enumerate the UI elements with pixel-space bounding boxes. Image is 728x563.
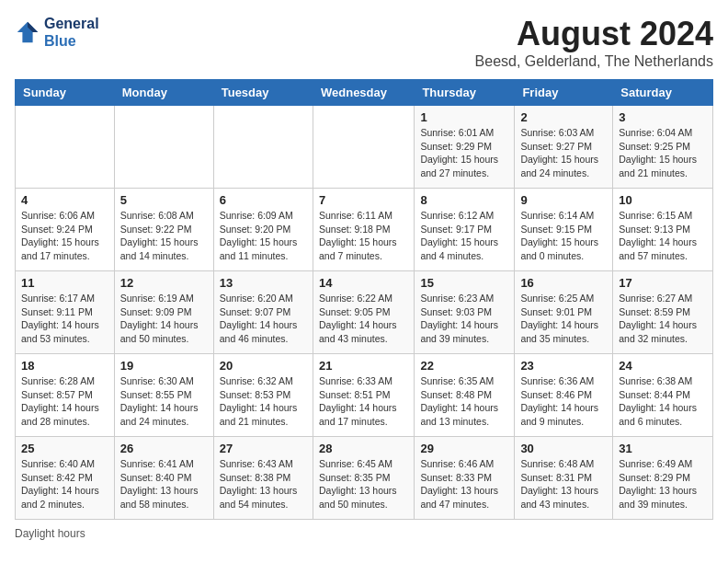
day-number: 31 [619,442,707,455]
day-info: Sunrise: 6:22 AMSunset: 9:05 PMDaylight:… [319,292,408,346]
day-number: 15 [420,276,508,290]
col-header-wednesday: Wednesday [313,80,414,106]
day-cell [16,106,115,189]
day-cell: 20Sunrise: 6:32 AMSunset: 8:53 PMDayligh… [213,354,313,437]
day-number: 3 [619,110,707,124]
day-info: Sunrise: 6:19 AMSunset: 9:09 PMDaylight:… [120,292,208,346]
day-number: 4 [21,193,108,207]
day-cell: 17Sunrise: 6:27 AMSunset: 8:59 PMDayligh… [613,271,713,354]
day-info: Sunrise: 6:15 AMSunset: 9:13 PMDaylight:… [619,209,707,263]
day-cell: 22Sunrise: 6:35 AMSunset: 8:48 PMDayligh… [415,354,515,437]
day-number: 11 [21,276,108,290]
day-cell: 24Sunrise: 6:38 AMSunset: 8:44 PMDayligh… [613,354,713,437]
day-number: 12 [120,276,208,290]
day-cell [213,106,313,189]
day-number: 17 [619,276,707,290]
day-number: 25 [21,442,108,455]
day-info: Sunrise: 6:01 AMSunset: 9:29 PMDaylight:… [420,126,508,180]
day-info: Sunrise: 6:32 AMSunset: 8:53 PMDaylight:… [220,374,307,429]
day-number: 28 [319,442,408,455]
day-cell: 27Sunrise: 6:43 AMSunset: 8:38 PMDayligh… [213,437,313,520]
col-header-saturday: Saturday [613,80,713,106]
day-cell: 26Sunrise: 6:41 AMSunset: 8:40 PMDayligh… [114,437,213,520]
logo-text: General Blue [44,15,99,50]
day-cell: 29Sunrise: 6:46 AMSunset: 8:33 PMDayligh… [415,437,515,520]
day-number: 18 [21,359,108,373]
day-info: Sunrise: 6:48 AMSunset: 8:31 PMDaylight:… [520,457,607,511]
subtitle: Beesd, Gelderland, The Netherlands [475,53,713,70]
day-number: 16 [520,276,607,290]
day-number: 26 [120,442,208,455]
day-info: Sunrise: 6:14 AMSunset: 9:15 PMDaylight:… [520,209,607,263]
day-cell: 31Sunrise: 6:49 AMSunset: 8:29 PMDayligh… [613,437,713,520]
day-info: Sunrise: 6:11 AMSunset: 9:18 PMDaylight:… [319,209,408,263]
col-header-tuesday: Tuesday [213,80,313,106]
day-info: Sunrise: 6:25 AMSunset: 9:01 PMDaylight:… [520,292,607,346]
day-cell: 12Sunrise: 6:19 AMSunset: 9:09 PMDayligh… [114,271,213,354]
logo: General Blue [15,15,99,50]
day-info: Sunrise: 6:17 AMSunset: 9:11 PMDaylight:… [21,292,108,346]
col-header-monday: Monday [114,80,213,106]
main-title: August 2024 [475,15,713,53]
day-info: Sunrise: 6:41 AMSunset: 8:40 PMDaylight:… [120,457,208,511]
day-cell: 14Sunrise: 6:22 AMSunset: 9:05 PMDayligh… [313,271,414,354]
week-row-1: 1Sunrise: 6:01 AMSunset: 9:29 PMDaylight… [16,106,713,189]
day-number: 14 [319,276,408,290]
day-info: Sunrise: 6:46 AMSunset: 8:33 PMDaylight:… [420,457,508,511]
day-cell: 21Sunrise: 6:33 AMSunset: 8:51 PMDayligh… [313,354,414,437]
calendar-table: SundayMondayTuesdayWednesdayThursdayFrid… [15,79,713,520]
day-number: 21 [319,359,408,373]
day-cell: 1Sunrise: 6:01 AMSunset: 9:29 PMDaylight… [415,106,515,189]
day-info: Sunrise: 6:30 AMSunset: 8:55 PMDaylight:… [120,374,208,429]
week-row-5: 25Sunrise: 6:40 AMSunset: 8:42 PMDayligh… [16,437,713,520]
day-cell [114,106,213,189]
day-info: Sunrise: 6:23 AMSunset: 9:03 PMDaylight:… [420,292,508,346]
day-cell: 28Sunrise: 6:45 AMSunset: 8:35 PMDayligh… [313,437,414,520]
day-number: 24 [619,359,707,373]
day-info: Sunrise: 6:06 AMSunset: 9:24 PMDaylight:… [21,209,108,263]
day-number: 2 [520,110,607,124]
day-number: 9 [520,193,607,207]
logo-icon [15,19,40,45]
day-info: Sunrise: 6:27 AMSunset: 8:59 PMDaylight:… [619,292,707,346]
day-cell: 30Sunrise: 6:48 AMSunset: 8:31 PMDayligh… [515,437,613,520]
day-info: Sunrise: 6:20 AMSunset: 9:07 PMDaylight:… [220,292,307,346]
day-info: Sunrise: 6:04 AMSunset: 9:25 PMDaylight:… [619,126,707,180]
day-info: Sunrise: 6:45 AMSunset: 8:35 PMDaylight:… [319,457,408,511]
day-info: Sunrise: 6:09 AMSunset: 9:20 PMDaylight:… [220,209,307,263]
day-number: 23 [520,359,607,373]
day-number: 8 [420,193,508,207]
day-cell: 8Sunrise: 6:12 AMSunset: 9:17 PMDaylight… [415,189,515,271]
day-cell: 3Sunrise: 6:04 AMSunset: 9:25 PMDaylight… [613,106,713,189]
day-info: Sunrise: 6:03 AMSunset: 9:27 PMDaylight:… [520,126,607,180]
day-info: Sunrise: 6:28 AMSunset: 8:57 PMDaylight:… [21,374,108,429]
day-info: Sunrise: 6:49 AMSunset: 8:29 PMDaylight:… [619,457,707,511]
footer-note: Daylight hours [15,527,713,540]
week-row-2: 4Sunrise: 6:06 AMSunset: 9:24 PMDaylight… [16,189,713,271]
day-cell: 7Sunrise: 6:11 AMSunset: 9:18 PMDaylight… [313,189,414,271]
day-cell: 25Sunrise: 6:40 AMSunset: 8:42 PMDayligh… [16,437,115,520]
day-info: Sunrise: 6:35 AMSunset: 8:48 PMDaylight:… [420,374,508,429]
day-cell: 5Sunrise: 6:08 AMSunset: 9:22 PMDaylight… [114,189,213,271]
day-cell: 16Sunrise: 6:25 AMSunset: 9:01 PMDayligh… [515,271,613,354]
week-row-4: 18Sunrise: 6:28 AMSunset: 8:57 PMDayligh… [16,354,713,437]
day-info: Sunrise: 6:36 AMSunset: 8:46 PMDaylight:… [520,374,607,429]
page-header: General Blue August 2024 Beesd, Gelderla… [15,15,713,70]
day-cell: 18Sunrise: 6:28 AMSunset: 8:57 PMDayligh… [16,354,115,437]
day-number: 29 [420,442,508,455]
title-block: August 2024 Beesd, Gelderland, The Nethe… [475,15,713,70]
day-number: 30 [520,442,607,455]
day-cell: 6Sunrise: 6:09 AMSunset: 9:20 PMDaylight… [213,189,313,271]
day-cell: 2Sunrise: 6:03 AMSunset: 9:27 PMDaylight… [515,106,613,189]
day-number: 1 [420,110,508,124]
day-cell: 13Sunrise: 6:20 AMSunset: 9:07 PMDayligh… [213,271,313,354]
col-header-sunday: Sunday [16,80,115,106]
day-number: 27 [220,442,307,455]
day-number: 10 [619,193,707,207]
day-number: 5 [120,193,208,207]
day-cell [313,106,414,189]
day-info: Sunrise: 6:08 AMSunset: 9:22 PMDaylight:… [120,209,208,263]
day-cell: 23Sunrise: 6:36 AMSunset: 8:46 PMDayligh… [515,354,613,437]
day-info: Sunrise: 6:38 AMSunset: 8:44 PMDaylight:… [619,374,707,429]
day-cell: 15Sunrise: 6:23 AMSunset: 9:03 PMDayligh… [415,271,515,354]
